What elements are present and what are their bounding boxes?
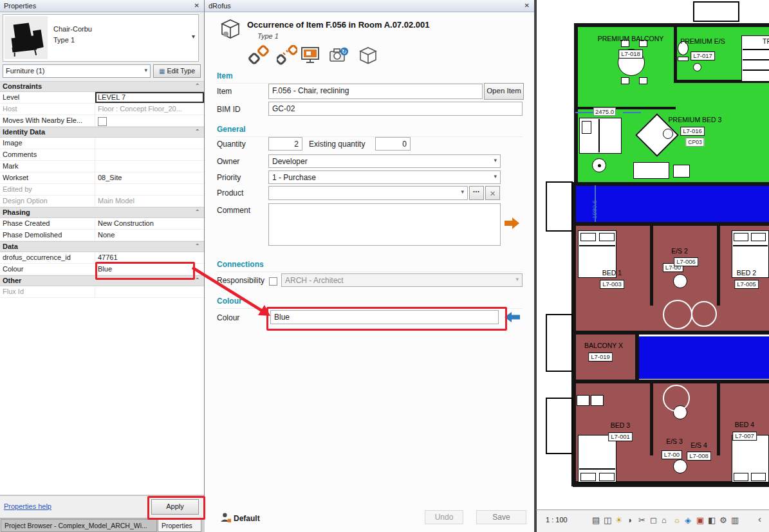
room-tag-premium-bed3[interactable]: L7-016 — [680, 127, 705, 136]
reveal-hidden-icon[interactable]: ☼ — [673, 515, 681, 525]
room-tag-es2[interactable]: L7-006 — [674, 257, 698, 266]
camera-sync-icon[interactable]: ↻ — [328, 45, 349, 66]
temporary-view-icon[interactable]: ▣ — [696, 515, 704, 525]
door-swing — [663, 385, 690, 412]
section-identity-data[interactable]: Identity Data ⌃ — [0, 127, 204, 138]
room-tag-premium-es[interactable]: L7-017 — [690, 51, 715, 60]
svg-text:↻: ↻ — [342, 48, 347, 55]
bed-line — [733, 245, 768, 246]
visual-style-icon[interactable]: ◫ — [604, 515, 611, 525]
owner-dropdown[interactable]: Developer ▾ — [268, 154, 501, 168]
show-on-screen-icon[interactable] — [300, 45, 320, 66]
collapse-chevron-icon[interactable]: ⌃ — [195, 208, 200, 216]
prop-value-image[interactable] — [95, 138, 204, 149]
bim-id-field[interactable]: GC-02 — [268, 102, 523, 116]
default-profile-label[interactable]: Default — [234, 514, 260, 523]
section-data[interactable]: Data ⌃ — [0, 241, 204, 252]
quantity-field[interactable]: 2 — [268, 137, 302, 151]
collapse-chevron-icon[interactable]: ⌃ — [195, 243, 200, 250]
room-tag-bed1[interactable]: L7-003 — [600, 280, 624, 289]
detail-level-icon[interactable]: ▤ — [592, 515, 600, 525]
dimension-value-vertical[interactable]: 1980.6 — [591, 200, 598, 219]
room-tag-bed2[interactable]: L7-005 — [734, 280, 759, 289]
family-name: Chair-Corbu — [53, 25, 92, 33]
tab-project-browser[interactable]: Project Browser - Complex_Model_ARCH_Wi.… — [1, 519, 157, 532]
room-tag-es3-partial[interactable]: L7-00 — [662, 450, 682, 459]
shadows-icon[interactable]: ◑ — [627, 515, 632, 525]
exterior-outline — [546, 181, 573, 232]
crop-region-icon[interactable]: ◻ — [650, 515, 657, 525]
type-dropdown-icon[interactable]: ▾ — [192, 33, 195, 40]
properties-titlebar[interactable]: Properties ✕ — [0, 0, 204, 12]
prop-value-phase-created[interactable]: New Construction — [95, 218, 204, 229]
prop-value-workset[interactable]: 08_Site — [95, 172, 204, 183]
product-browse-button[interactable]: ••• — [469, 186, 484, 200]
dimension-value[interactable]: 2475.0 — [593, 107, 616, 116]
prop-value-comments[interactable] — [95, 149, 204, 160]
type-selector[interactable]: Chair-Corbu Type 1 ▾ — [3, 14, 199, 62]
existing-quantity-field[interactable]: 0 — [375, 137, 411, 151]
drofus-titlebar[interactable]: dRofus ✕ — [205, 0, 534, 12]
prop-value-occurrence-id[interactable]: 47761 — [95, 252, 204, 263]
unlink-icon[interactable] — [277, 45, 297, 66]
undo-button[interactable]: Undo — [425, 510, 463, 524]
room-tag-premium-balcony[interactable]: L7-018 — [618, 50, 643, 59]
equipment-tag-cp03[interactable]: CP03 — [685, 138, 704, 147]
chevron-down-icon[interactable]: ▾ — [144, 67, 147, 73]
pull-from-revit-arrow-icon[interactable] — [505, 312, 520, 322]
room-label-es3: E/S 3 — [666, 437, 683, 445]
item-field[interactable]: F.056 - Chair, reclining — [268, 84, 483, 99]
properties-toggle-icon[interactable]: ▥ — [731, 515, 739, 525]
prop-value-phase-demolished[interactable]: None — [95, 230, 204, 241]
section-constraints[interactable]: Constraints ⌃ — [0, 81, 204, 92]
collapse-chevron-icon[interactable]: ⌃ — [195, 128, 200, 135]
section-phasing[interactable]: Phasing ⌃ — [0, 207, 204, 218]
properties-help-link[interactable]: Properties help — [4, 502, 51, 510]
comment-textarea[interactable] — [268, 203, 501, 246]
prop-value-level[interactable]: LEVEL 7 — [95, 92, 204, 103]
room-tag-es4[interactable]: L7-008 — [687, 452, 711, 461]
prop-row-phase-demolished: Phase Demolished None — [0, 230, 204, 241]
save-button[interactable]: Save — [476, 510, 526, 524]
sun-path-icon[interactable]: ☀ — [615, 515, 623, 525]
open-item-button[interactable]: Open Item — [484, 83, 524, 100]
crop-view-icon[interactable]: ✂ — [638, 515, 645, 525]
responsibility-checkbox[interactable] — [269, 277, 277, 286]
responsibility-dropdown[interactable]: ARCH - Architect ▾ — [281, 273, 523, 287]
close-icon[interactable]: ✕ — [524, 2, 530, 9]
section-title: Constraints — [3, 82, 42, 90]
link-icon[interactable] — [248, 45, 269, 66]
room-tag-balcony-x[interactable]: L7-019 — [588, 353, 613, 362]
bed-line — [579, 468, 615, 470]
product-dropdown[interactable]: ▾ — [268, 186, 468, 200]
worksharing-display-icon[interactable]: ◈ — [685, 515, 691, 525]
prop-value-colour[interactable]: Blue — [95, 264, 204, 275]
moves-checkbox[interactable] — [98, 117, 107, 126]
room-label-balcony-x: BALCONY X — [584, 342, 623, 349]
edit-type-button[interactable]: ▦ Edit Type — [153, 64, 201, 78]
bed-line — [579, 245, 615, 246]
box-icon[interactable] — [358, 45, 378, 66]
floor-plan-view[interactable]: 2475.0 1980.6 PREMIUM BALCONY L7-018 PRE… — [535, 0, 769, 509]
room-tag-bed4[interactable]: L7-007 — [732, 432, 757, 441]
collapse-chevron-icon[interactable]: ⌃ — [195, 82, 200, 89]
product-clear-button[interactable]: ✕ — [485, 186, 500, 200]
section-other[interactable]: Other ⌃ — [0, 275, 204, 286]
lock-view-icon[interactable]: ⌂ — [662, 515, 667, 525]
prop-value-mark[interactable] — [95, 161, 204, 172]
analytical-model-icon[interactable]: ◧ — [708, 515, 716, 525]
collapse-bar-icon[interactable]: ‹ — [758, 514, 761, 524]
view-scale[interactable]: 1 : 100 — [546, 516, 568, 524]
category-combobox[interactable]: Furniture (1) ▾ — [3, 64, 151, 78]
sink — [693, 63, 701, 71]
close-icon[interactable]: ✕ — [194, 2, 199, 9]
edit-type-label: Edit Type — [167, 67, 195, 75]
constraints-icon[interactable]: ⚙ — [719, 515, 727, 525]
colour-field[interactable]: Blue — [270, 310, 499, 324]
push-to-revit-arrow-icon[interactable] — [505, 217, 520, 229]
priority-dropdown[interactable]: 1 - Purchase ▾ — [268, 170, 501, 184]
tab-properties[interactable]: Properties — [158, 519, 201, 532]
apply-button[interactable]: Apply — [151, 499, 199, 515]
collapse-chevron-icon[interactable]: ⌃ — [195, 277, 200, 284]
room-tag-bed3[interactable]: L7-001 — [608, 432, 633, 441]
